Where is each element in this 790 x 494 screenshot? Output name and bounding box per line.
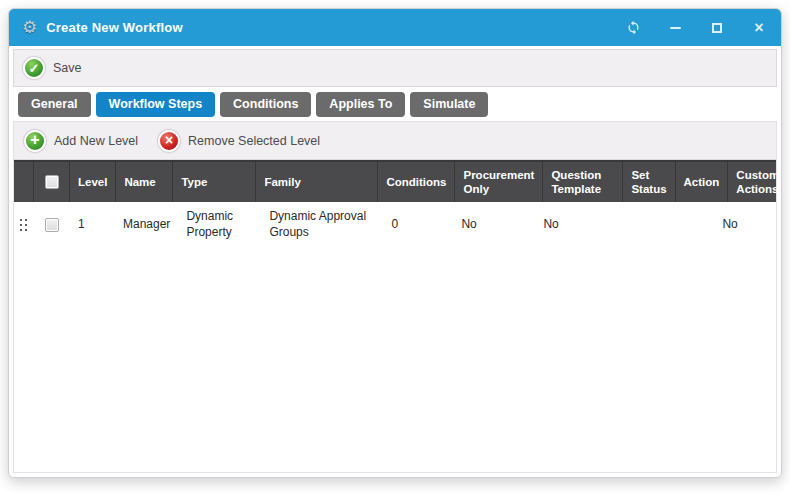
header-set-status[interactable]: Set Status — [623, 162, 675, 202]
create-new-workflow-dialog: ⚙ Create New Workflow × ✓ Save — [8, 8, 782, 478]
refresh-icon — [626, 20, 641, 35]
maximize-button[interactable] — [708, 19, 726, 37]
remove-cross-icon: × — [158, 130, 180, 152]
save-check-icon: ✓ — [23, 57, 45, 79]
cell-type: Dynamic Property — [178, 202, 261, 248]
grid-header-row: Level Name Type Family Conditions Procur… — [14, 160, 776, 202]
header-conditions[interactable]: Conditions — [378, 162, 455, 202]
close-button[interactable]: × — [750, 19, 768, 37]
header-drag-column — [14, 162, 34, 202]
cell-conditions: 0 — [383, 202, 453, 248]
tab-applies-to[interactable]: Applies To — [316, 92, 405, 117]
cell-procurement-only: No — [453, 202, 535, 248]
row-select-cell — [34, 202, 70, 248]
header-question-template[interactable]: Question Template — [543, 162, 623, 202]
add-new-level-label: Add New Level — [54, 134, 138, 148]
header-custom-actions[interactable]: Custom Actions — [728, 162, 782, 202]
save-button-label: Save — [53, 61, 82, 75]
close-icon: × — [754, 20, 763, 36]
table-row[interactable]: 1 Manager Dynamic Property Dynamic Appro… — [14, 202, 776, 248]
cell-set-status — [615, 202, 662, 248]
header-family[interactable]: Family — [256, 162, 378, 202]
window-title: Create New Workflow — [46, 20, 182, 35]
remove-selected-level-label: Remove Selected Level — [188, 134, 320, 148]
header-level[interactable]: Level — [70, 162, 116, 202]
row-checkbox[interactable] — [45, 218, 59, 232]
dialog-body: ✓ Save General Workflow Steps Conditions… — [9, 46, 781, 477]
maximize-icon — [712, 23, 722, 33]
header-name[interactable]: Name — [116, 162, 173, 202]
tab-general[interactable]: General — [18, 92, 91, 117]
cell-custom-actions: No — [714, 202, 776, 248]
tab-conditions[interactable]: Conditions — [220, 92, 311, 117]
remove-selected-level-button[interactable]: × Remove Selected Level — [158, 130, 320, 152]
header-action[interactable]: Action — [676, 162, 729, 202]
cell-level: 1 — [70, 202, 115, 248]
cell-family: Dynamic Approval Groups — [261, 202, 383, 248]
minimize-icon — [670, 27, 681, 29]
add-new-level-button[interactable]: + Add New Level — [24, 130, 138, 152]
workflow-steps-panel: + Add New Level × Remove Selected Level — [13, 121, 777, 473]
tab-simulate[interactable]: Simulate — [410, 92, 488, 117]
workflow-steps-grid: Level Name Type Family Conditions Procur… — [14, 160, 776, 248]
gear-icon: ⚙ — [22, 19, 37, 36]
cell-question-template: No — [535, 202, 615, 248]
title-bar: ⚙ Create New Workflow × — [9, 9, 781, 46]
cell-action — [662, 202, 714, 248]
add-plus-icon: + — [24, 130, 46, 152]
header-select-column — [34, 162, 70, 202]
window-controls: × — [624, 19, 768, 37]
minimize-button[interactable] — [666, 19, 684, 37]
save-button[interactable]: ✓ Save — [23, 57, 82, 79]
desktop-background: ⚙ Create New Workflow × ✓ Save — [0, 0, 790, 494]
refresh-button[interactable] — [624, 19, 642, 37]
header-type[interactable]: Type — [173, 162, 256, 202]
level-toolbar: + Add New Level × Remove Selected Level — [14, 122, 776, 160]
cell-name: Manager — [115, 202, 178, 248]
select-all-checkbox[interactable] — [45, 175, 59, 189]
tab-workflow-steps[interactable]: Workflow Steps — [96, 92, 216, 117]
drag-handle-icon[interactable] — [20, 219, 28, 232]
tab-bar: General Workflow Steps Conditions Applie… — [13, 90, 777, 118]
row-drag-cell — [14, 202, 34, 248]
save-toolbar: ✓ Save — [13, 49, 777, 87]
header-procurement-only[interactable]: Procurement Only — [455, 162, 543, 202]
